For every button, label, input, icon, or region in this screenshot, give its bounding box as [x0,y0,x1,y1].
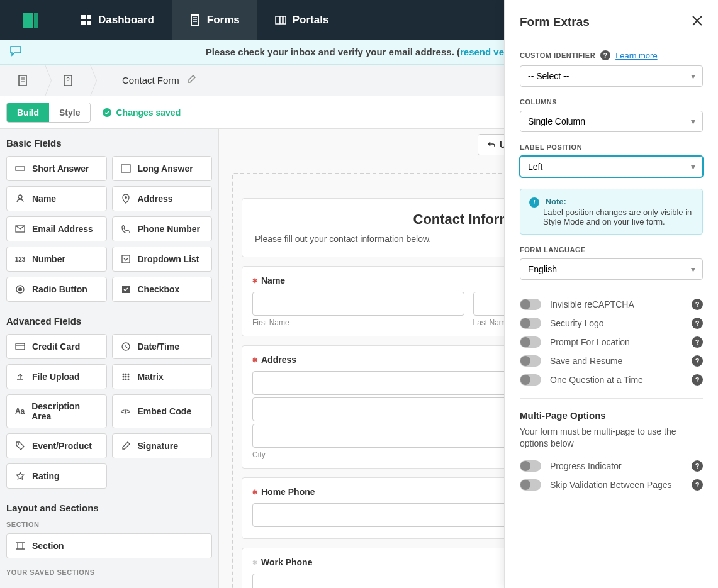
field-address[interactable]: Address [112,186,213,211]
help-icon[interactable]: ? [692,336,703,348]
rating-grid: Rating [6,463,212,489]
toggle-security-logo-switch[interactable] [520,318,541,329]
saved-sections-label: YOUR SAVED SECTIONS [6,569,212,576]
toggle-skip-validation: Skip Validation Between Pages? [520,479,703,491]
field-matrix[interactable]: Matrix [112,364,213,389]
mail-icon [14,223,26,235]
help-doc-icon: ? [62,75,74,86]
help-icon[interactable]: ? [692,479,703,491]
form-title-crumb: Contact Form [91,75,196,86]
field-signature[interactable]: Signature [112,433,213,458]
upload-icon [14,371,26,382]
person-icon [14,193,26,204]
chat-icon[interactable] [0,45,31,58]
signature-icon [120,440,132,452]
help-icon[interactable]: ? [692,299,703,310]
edit-title-icon[interactable] [187,75,196,86]
field-radio[interactable]: Radio Button [6,277,107,302]
field-section[interactable]: Section [6,533,212,558]
crumb-help[interactable]: ? [45,65,91,96]
form-extras-panel: Form Extras CUSTOM IDENTIFIER ? Learn mo… [504,0,718,588]
svg-rect-11 [280,16,283,24]
svg-point-40 [127,379,129,380]
panel-title: Form Extras [520,15,590,29]
close-panel-button[interactable] [692,14,703,30]
svg-rect-10 [276,16,279,24]
forms-icon [189,14,201,26]
nav-portals[interactable]: Portals [257,0,347,40]
field-email[interactable]: Email Address [6,216,107,241]
multi-page-hint: Your form must be multi-page to use the … [520,426,703,450]
help-icon[interactable]: ? [692,460,703,472]
basic-fields-grid: Short Answer Long Answer Name Address Em… [6,156,212,302]
toggle-progress-switch[interactable] [520,460,541,472]
mode-toggle: Build Style [6,103,91,123]
field-description[interactable]: AaDescription Area [6,394,107,428]
label-position-select[interactable]: Left [520,156,703,177]
svg-rect-29 [16,343,25,350]
star-icon [14,470,26,482]
svg-rect-3 [87,15,91,19]
field-rating[interactable]: Rating [6,463,107,489]
svg-point-41 [18,443,19,445]
toggle-save-resume-switch[interactable] [520,355,541,367]
field-embed[interactable]: </>Embed Code [112,394,213,428]
logo[interactable] [0,10,63,30]
basic-fields-title: Basic Fields [6,138,212,148]
language-select[interactable]: English [520,258,703,280]
style-button[interactable]: Style [49,103,90,122]
toggle-one-question-switch[interactable] [520,374,541,386]
undo-icon [487,140,496,149]
required-icon: ✱ [252,357,257,363]
first-name-input[interactable] [252,292,464,316]
field-short-answer[interactable]: Short Answer [6,156,107,181]
layout-sections-title: Layout and Sections [6,502,212,513]
help-icon[interactable]: ? [692,355,703,367]
dashboard-icon [81,14,92,26]
close-icon [692,15,703,26]
fields-sidebar: Basic Fields Short Answer Long Answer Na… [0,129,219,588]
toggle-one-question: One Question at a Time? [520,374,703,386]
section-icon [14,540,26,552]
nav-forms-label: Forms [207,14,240,26]
panel-divider [520,398,703,399]
field-name[interactable]: Name [6,186,107,211]
short-answer-icon [14,163,26,174]
label-position-label: LABEL POSITION [520,143,703,151]
help-icon[interactable]: ? [692,374,703,386]
svg-rect-1 [34,13,38,28]
pencil-icon [187,75,196,84]
field-datetime[interactable]: Date/Time [112,334,213,359]
learn-more-link[interactable]: Learn more [615,51,657,60]
field-number[interactable]: 123Number [6,247,107,272]
help-icon[interactable]: ? [692,318,703,329]
field-file-upload[interactable]: File Upload [6,364,107,389]
toggle-skip-validation-switch[interactable] [520,479,541,491]
panel-header: Form Extras [505,0,718,44]
clock-icon [120,341,132,352]
field-dropdown[interactable]: Dropdown List [112,247,213,272]
field-phone[interactable]: Phone Number [112,216,213,241]
build-button[interactable]: Build [7,103,49,122]
card-icon [14,341,26,352]
svg-point-35 [122,376,124,378]
field-credit-card[interactable]: Credit Card [6,334,107,359]
toggle-recaptcha: Invisible reCAPTCHA? [520,299,703,310]
field-event-product[interactable]: Event/Product [6,433,107,458]
custom-id-select[interactable]: -- Select -- [520,65,703,87]
crumb-forms[interactable] [0,65,45,96]
dropdown-icon [120,253,132,265]
nav-dashboard[interactable]: Dashboard [63,0,172,40]
help-icon[interactable]: ? [600,50,610,60]
toggle-location-switch[interactable] [520,336,541,348]
field-long-answer[interactable]: Long Answer [112,156,213,181]
toggle-location: Prompt For Location? [520,336,703,348]
svg-text:?: ? [66,77,70,84]
field-checkbox[interactable]: Checkbox [112,277,213,302]
columns-select[interactable]: Single Column [520,111,703,132]
toggle-recaptcha-switch[interactable] [520,299,541,310]
nav-forms[interactable]: Forms [172,0,257,40]
custom-id-label: CUSTOM IDENTIFIER ? Learn more [520,50,703,60]
svg-point-39 [125,379,126,380]
svg-rect-6 [191,15,199,25]
